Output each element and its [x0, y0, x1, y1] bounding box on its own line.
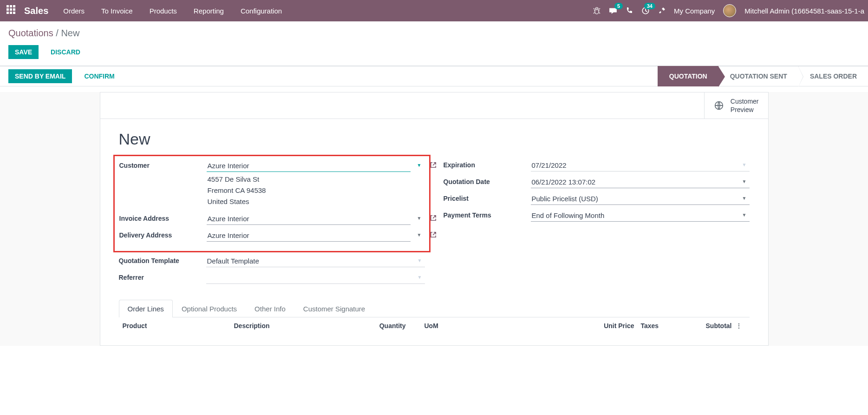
chevron-down-icon[interactable]: ▼	[417, 232, 422, 237]
col-taxes: Taxes	[634, 322, 681, 329]
col-description: Description	[234, 322, 359, 329]
status-actions: SEND BY EMAIL CONFIRM	[8, 69, 121, 83]
row-payment-terms: Payment Terms ▼	[444, 210, 750, 223]
control-panel: Quotations / New SAVE DISCARD	[0, 21, 868, 66]
globe-icon	[714, 100, 724, 111]
tools-icon[interactable]	[658, 7, 666, 14]
customer-preview-button[interactable]: Customer Preview	[704, 92, 768, 119]
label-payment-terms: Payment Terms	[444, 210, 531, 219]
field-quotation-template: ▼	[206, 255, 425, 267]
apps-icon[interactable]	[7, 5, 18, 16]
invoice-address-input[interactable]	[207, 213, 411, 225]
form-sheet: Customer Preview New Customer ▼	[100, 92, 769, 346]
field-invoice-address: ▼	[207, 213, 424, 225]
label-customer: Customer	[119, 160, 207, 169]
row-quotation-date: Quotation Date ▼	[444, 176, 750, 189]
referrer-input[interactable]	[206, 272, 425, 284]
customer-input[interactable]	[207, 160, 411, 172]
label-pricelist: Pricelist	[444, 193, 531, 202]
label-quotation-template: Quotation Template	[119, 255, 206, 264]
field-expiration: ▼	[531, 159, 750, 171]
row-referrer: Referrer ▼	[119, 272, 425, 285]
row-customer: Customer ▼ 4557 De Silva St Fremont CA 9…	[119, 160, 424, 209]
row-invoice-address: Invoice Address ▼	[119, 213, 424, 226]
highlight-box: Customer ▼ 4557 De Silva St Fremont CA 9…	[113, 155, 431, 252]
avatar[interactable]	[723, 4, 736, 17]
label-expiration: Expiration	[444, 159, 531, 169]
breadcrumb: Quotations / New	[8, 28, 860, 39]
external-link-icon[interactable]	[430, 215, 437, 221]
quotation-template-input[interactable]	[206, 255, 425, 267]
label-invoice-address: Invoice Address	[119, 213, 207, 222]
chevron-down-icon[interactable]: ▼	[417, 163, 422, 168]
messages-icon[interactable]: 5	[609, 7, 617, 15]
pricelist-input[interactable]	[531, 193, 750, 205]
messages-badge: 5	[614, 3, 623, 9]
activities-icon[interactable]: 34	[641, 7, 650, 15]
status-bar: SEND BY EMAIL CONFIRM QUOTATION QUOTATIO…	[0, 66, 868, 86]
row-pricelist: Pricelist ▼	[444, 193, 750, 206]
form-col-right: Expiration ▼ Quotation Date ▼	[444, 159, 750, 289]
send-email-button[interactable]: SEND BY EMAIL	[8, 69, 72, 83]
company-selector[interactable]: My Company	[674, 7, 715, 15]
nav-orders[interactable]: Orders	[63, 7, 85, 15]
field-delivery-address: ▼	[207, 230, 424, 242]
nav-to-invoice[interactable]: To Invoice	[101, 7, 133, 15]
label-quotation-date: Quotation Date	[444, 176, 531, 185]
col-subtotal: Subtotal	[681, 322, 732, 329]
status-steps: QUOTATION QUOTATION SENT SALES ORDER	[658, 66, 868, 86]
field-referrer: ▼	[206, 272, 425, 284]
col-unit-price: Unit Price	[583, 322, 634, 329]
breadcrumb-sep: /	[53, 28, 61, 38]
step-quotation[interactable]: QUOTATION	[658, 66, 718, 86]
bug-icon[interactable]	[593, 7, 600, 14]
payment-terms-input[interactable]	[531, 210, 750, 222]
step-quotation-sent[interactable]: QUOTATION SENT	[718, 66, 798, 86]
top-navbar: Sales Orders To Invoice Products Reporti…	[0, 0, 868, 21]
quotation-date-input[interactable]	[531, 176, 750, 188]
label-referrer: Referrer	[119, 272, 206, 281]
step-sales-order[interactable]: SALES ORDER	[798, 66, 868, 86]
chevron-down-icon[interactable]: ▼	[417, 216, 422, 221]
nav-products[interactable]: Products	[150, 7, 177, 15]
field-pricelist: ▼	[531, 193, 750, 205]
order-lines-header: Product Description Quantity UoM Unit Pr…	[119, 317, 750, 334]
form-buttons: SAVE DISCARD	[8, 45, 860, 59]
row-expiration: Expiration ▼	[444, 159, 750, 172]
external-link-icon[interactable]	[430, 162, 437, 168]
app-brand[interactable]: Sales	[24, 6, 48, 16]
expiration-input[interactable]	[531, 159, 750, 171]
sheet-body: New Customer ▼	[100, 119, 768, 345]
nav-reporting[interactable]: Reporting	[194, 7, 224, 15]
delivery-address-input[interactable]	[207, 230, 411, 242]
row-delivery-address: Delivery Address ▼	[119, 230, 424, 243]
breadcrumb-root[interactable]: Quotations	[8, 28, 53, 38]
tab-other-info[interactable]: Other Info	[246, 300, 294, 317]
phone-icon[interactable]	[626, 7, 633, 14]
sheet-background: Customer Preview New Customer ▼	[0, 92, 868, 346]
col-quantity: Quantity	[359, 322, 406, 329]
user-menu[interactable]: Mitchell Admin (16654581-saas-15-1-a	[744, 7, 864, 15]
label-delivery-address: Delivery Address	[119, 230, 207, 239]
tab-optional-products[interactable]: Optional Products	[173, 300, 246, 317]
external-link-icon[interactable]	[430, 231, 437, 238]
activities-badge: 34	[644, 3, 655, 9]
form-tabs: Order Lines Optional Products Other Info…	[119, 300, 750, 317]
columns-menu-icon[interactable]: ⋮	[732, 322, 746, 329]
nav-configuration[interactable]: Configuration	[241, 7, 282, 15]
sheet-header: Customer Preview	[100, 92, 768, 119]
breadcrumb-current: New	[61, 28, 79, 38]
form-grid: Customer ▼ 4557 De Silva St Fremont CA 9…	[119, 159, 750, 289]
tab-customer-signature[interactable]: Customer Signature	[294, 300, 374, 317]
customer-address: 4557 De Silva St Fremont CA 94538 United…	[207, 172, 411, 209]
save-button[interactable]: SAVE	[8, 45, 39, 59]
tab-order-lines[interactable]: Order Lines	[119, 300, 173, 317]
confirm-button[interactable]: CONFIRM	[78, 69, 121, 83]
preview-label: Customer Preview	[731, 97, 759, 114]
col-product: Product	[123, 322, 234, 329]
discard-button[interactable]: DISCARD	[44, 45, 87, 59]
field-payment-terms: ▼	[531, 210, 750, 222]
page-title: New	[119, 130, 750, 148]
nav-right: 5 34 My Company Mitchell Admin (16654581…	[593, 4, 864, 17]
form-col-left: Customer ▼ 4557 De Silva St Fremont CA 9…	[119, 159, 425, 289]
